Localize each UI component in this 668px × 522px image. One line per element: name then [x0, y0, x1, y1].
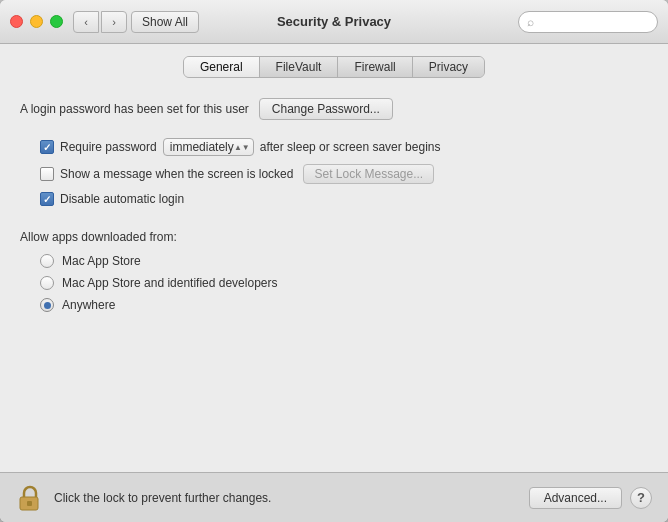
radio-mac-app-store-row: Mac App Store	[40, 254, 648, 268]
login-section: A login password has been set for this u…	[20, 98, 648, 120]
radio-anywhere-row: Anywhere	[40, 298, 648, 312]
window-controls	[10, 15, 63, 28]
search-box[interactable]: ⌕	[518, 11, 658, 33]
after-sleep-text: after sleep or screen saver begins	[260, 140, 441, 154]
back-button[interactable]: ‹	[73, 11, 99, 33]
radio-mac-app-store-identified-label: Mac App Store and identified developers	[62, 276, 277, 290]
tab-privacy[interactable]: Privacy	[413, 57, 484, 77]
tab-filevault[interactable]: FileVault	[260, 57, 339, 77]
close-button[interactable]	[10, 15, 23, 28]
help-button[interactable]: ?	[630, 487, 652, 509]
disable-login-row: Disable automatic login	[40, 192, 648, 206]
search-icon: ⌕	[527, 15, 534, 29]
tab-group: General FileVault Firewall Privacy	[183, 56, 485, 78]
disable-login-label: Disable automatic login	[60, 192, 184, 206]
bottombar: Click the lock to prevent further change…	[0, 472, 668, 522]
radio-anywhere[interactable]	[40, 298, 54, 312]
show-message-row: Show a message when the screen is locked…	[40, 164, 648, 184]
show-message-label: Show a message when the screen is locked	[60, 167, 293, 181]
nav-buttons: ‹ ›	[73, 11, 127, 33]
tab-firewall[interactable]: Firewall	[338, 57, 412, 77]
apps-section: Allow apps downloaded from: Mac App Stor…	[20, 230, 648, 312]
window-title: Security & Privacy	[277, 14, 391, 29]
content-area: A login password has been set for this u…	[0, 88, 668, 472]
show-all-button[interactable]: Show All	[131, 11, 199, 33]
password-timing-dropdown[interactable]: immediately	[163, 138, 254, 156]
radio-mac-app-store-identified-row: Mac App Store and identified developers	[40, 276, 648, 290]
change-password-button[interactable]: Change Password...	[259, 98, 393, 120]
search-input[interactable]	[538, 15, 649, 29]
lock-icon	[16, 484, 44, 512]
titlebar: ‹ › Show All Security & Privacy ⌕	[0, 0, 668, 44]
require-password-row: Require password immediately ▲▼ after sl…	[40, 138, 648, 156]
radio-mac-app-store-identified[interactable]	[40, 276, 54, 290]
set-lock-message-button: Set Lock Message...	[303, 164, 434, 184]
checkboxes-section: Require password immediately ▲▼ after sl…	[20, 138, 648, 206]
advanced-button[interactable]: Advanced...	[529, 487, 622, 509]
lock-text: Click the lock to prevent further change…	[54, 491, 529, 505]
back-icon: ‹	[84, 16, 88, 28]
window: ‹ › Show All Security & Privacy ⌕ Genera…	[0, 0, 668, 522]
require-password-checkbox[interactable]	[40, 140, 54, 154]
forward-icon: ›	[112, 16, 116, 28]
apps-label: Allow apps downloaded from:	[20, 230, 648, 244]
show-message-checkbox[interactable]	[40, 167, 54, 181]
password-timing-dropdown-wrapper: immediately ▲▼	[163, 138, 254, 156]
forward-button[interactable]: ›	[101, 11, 127, 33]
svg-rect-1	[27, 501, 32, 506]
tab-general[interactable]: General	[184, 57, 260, 77]
radio-anywhere-label: Anywhere	[62, 298, 115, 312]
maximize-button[interactable]	[50, 15, 63, 28]
require-password-label: Require password	[60, 140, 157, 154]
minimize-button[interactable]	[30, 15, 43, 28]
radio-group: Mac App Store Mac App Store and identifi…	[20, 254, 648, 312]
radio-mac-app-store-label: Mac App Store	[62, 254, 141, 268]
login-text: A login password has been set for this u…	[20, 102, 249, 116]
radio-mac-app-store[interactable]	[40, 254, 54, 268]
disable-login-checkbox[interactable]	[40, 192, 54, 206]
tabbar: General FileVault Firewall Privacy	[0, 44, 668, 88]
